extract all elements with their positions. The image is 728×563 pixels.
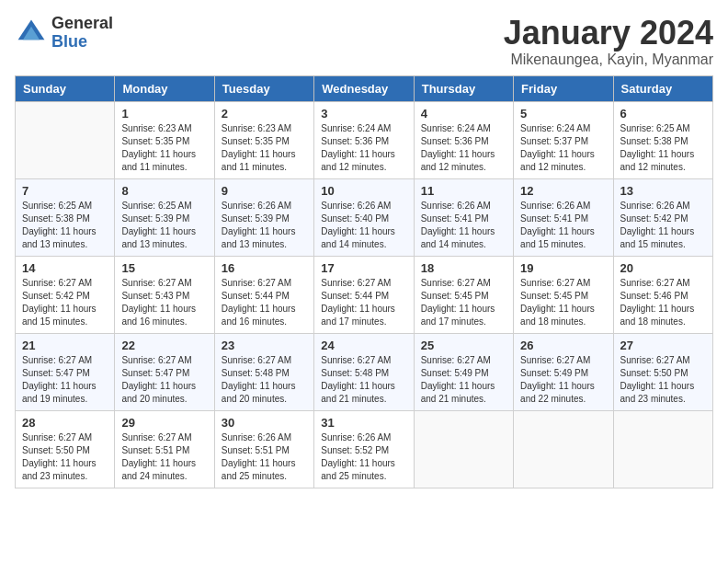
day-number: 3 [321,107,406,121]
calendar-cell: 25Sunrise: 6:27 AMSunset: 5:49 PMDayligh… [414,333,513,410]
calendar-cell: 20Sunrise: 6:27 AMSunset: 5:46 PMDayligh… [613,256,712,333]
calendar-cell: 7Sunrise: 6:25 AMSunset: 5:38 PMDaylight… [16,178,115,256]
day-info: Sunrise: 6:27 AMSunset: 5:43 PMDaylight:… [121,277,207,328]
month-title: January 2024 [504,15,713,52]
logo-blue: Blue [51,33,113,52]
calendar-cell: 1Sunrise: 6:23 AMSunset: 5:35 PMDaylight… [115,101,214,178]
logo: General Blue [15,15,113,52]
calendar-header-row: SundayMondayTuesdayWednesdayThursdayFrid… [16,75,713,101]
column-header-sunday: Sunday [16,75,115,101]
column-header-wednesday: Wednesday [314,75,414,101]
day-info: Sunrise: 6:24 AMSunset: 5:37 PMDaylight:… [520,122,606,174]
calendar-cell: 6Sunrise: 6:25 AMSunset: 5:38 PMDaylight… [613,101,712,178]
day-number: 30 [222,416,307,430]
calendar-cell: 28Sunrise: 6:27 AMSunset: 5:50 PMDayligh… [16,410,115,488]
day-number: 1 [121,107,207,121]
day-info: Sunrise: 6:26 AMSunset: 5:40 PMDaylight:… [321,200,406,251]
day-number: 20 [620,261,706,275]
day-info: Sunrise: 6:27 AMSunset: 5:47 PMDaylight:… [22,354,108,406]
day-info: Sunrise: 6:25 AMSunset: 5:39 PMDaylight:… [121,200,207,251]
calendar-cell: 9Sunrise: 6:26 AMSunset: 5:39 PMDaylight… [214,178,313,256]
calendar-cell: 17Sunrise: 6:27 AMSunset: 5:44 PMDayligh… [314,256,414,333]
day-info: Sunrise: 6:26 AMSunset: 5:51 PMDaylight:… [222,431,307,483]
day-number: 13 [620,184,706,198]
day-number: 11 [421,184,506,198]
day-info: Sunrise: 6:26 AMSunset: 5:41 PMDaylight:… [421,200,506,251]
day-number: 17 [321,261,406,275]
day-number: 14 [22,261,108,275]
day-number: 22 [121,339,207,352]
day-info: Sunrise: 6:27 AMSunset: 5:48 PMDaylight:… [321,354,406,406]
day-number: 26 [520,339,606,352]
calendar-cell: 14Sunrise: 6:27 AMSunset: 5:42 PMDayligh… [16,256,115,333]
calendar-cell: 13Sunrise: 6:26 AMSunset: 5:42 PMDayligh… [613,178,712,256]
day-number: 6 [620,107,706,121]
page-header: General Blue January 2024 Mikenaungea, K… [15,15,713,68]
day-info: Sunrise: 6:24 AMSunset: 5:36 PMDaylight:… [321,122,406,174]
calendar-cell: 30Sunrise: 6:26 AMSunset: 5:51 PMDayligh… [214,410,313,488]
logo-icon [15,17,48,50]
calendar-cell: 8Sunrise: 6:25 AMSunset: 5:39 PMDaylight… [115,178,214,256]
day-info: Sunrise: 6:27 AMSunset: 5:44 PMDaylight:… [321,277,406,328]
day-number: 15 [121,261,207,275]
logo-text: General Blue [51,15,113,52]
calendar-cell [613,410,712,488]
calendar-cell: 27Sunrise: 6:27 AMSunset: 5:50 PMDayligh… [613,333,712,410]
day-info: Sunrise: 6:27 AMSunset: 5:45 PMDaylight:… [520,277,606,328]
calendar-cell [414,410,513,488]
day-number: 5 [520,107,606,121]
calendar-week-2: 7Sunrise: 6:25 AMSunset: 5:38 PMDaylight… [16,178,713,256]
column-header-thursday: Thursday [414,75,513,101]
day-info: Sunrise: 6:27 AMSunset: 5:48 PMDaylight:… [222,354,307,406]
calendar-week-4: 21Sunrise: 6:27 AMSunset: 5:47 PMDayligh… [16,333,713,410]
calendar-cell: 24Sunrise: 6:27 AMSunset: 5:48 PMDayligh… [314,333,414,410]
calendar-table: SundayMondayTuesdayWednesdayThursdayFrid… [15,75,713,488]
day-info: Sunrise: 6:26 AMSunset: 5:39 PMDaylight:… [222,200,307,251]
calendar-cell: 5Sunrise: 6:24 AMSunset: 5:37 PMDaylight… [514,101,613,178]
calendar-cell: 19Sunrise: 6:27 AMSunset: 5:45 PMDayligh… [514,256,613,333]
day-number: 2 [222,107,307,121]
day-number: 4 [421,107,506,121]
calendar-cell: 10Sunrise: 6:26 AMSunset: 5:40 PMDayligh… [314,178,414,256]
calendar-cell: 21Sunrise: 6:27 AMSunset: 5:47 PMDayligh… [16,333,115,410]
day-info: Sunrise: 6:27 AMSunset: 5:50 PMDaylight:… [620,354,706,406]
day-number: 31 [321,416,406,430]
title-block: January 2024 Mikenaungea, Kayin, Myanmar [504,15,713,68]
day-info: Sunrise: 6:26 AMSunset: 5:41 PMDaylight:… [520,200,606,251]
day-info: Sunrise: 6:27 AMSunset: 5:51 PMDaylight:… [121,431,207,483]
day-info: Sunrise: 6:26 AMSunset: 5:42 PMDaylight:… [620,200,706,251]
calendar-week-1: 1Sunrise: 6:23 AMSunset: 5:35 PMDaylight… [16,101,713,178]
day-number: 28 [22,416,108,430]
calendar-cell: 15Sunrise: 6:27 AMSunset: 5:43 PMDayligh… [115,256,214,333]
day-number: 25 [421,339,506,352]
day-info: Sunrise: 6:23 AMSunset: 5:35 PMDaylight:… [121,122,207,174]
day-info: Sunrise: 6:23 AMSunset: 5:35 PMDaylight:… [222,122,307,174]
day-number: 9 [222,184,307,198]
calendar-cell [16,101,115,178]
calendar-week-3: 14Sunrise: 6:27 AMSunset: 5:42 PMDayligh… [16,256,713,333]
column-header-tuesday: Tuesday [214,75,313,101]
day-number: 27 [620,339,706,352]
calendar-cell: 12Sunrise: 6:26 AMSunset: 5:41 PMDayligh… [514,178,613,256]
day-number: 8 [121,184,207,198]
day-info: Sunrise: 6:27 AMSunset: 5:45 PMDaylight:… [421,277,506,328]
location-subtitle: Mikenaungea, Kayin, Myanmar [504,52,713,68]
day-info: Sunrise: 6:27 AMSunset: 5:46 PMDaylight:… [620,277,706,328]
day-number: 16 [222,261,307,275]
calendar-cell: 2Sunrise: 6:23 AMSunset: 5:35 PMDaylight… [214,101,313,178]
calendar-cell: 22Sunrise: 6:27 AMSunset: 5:47 PMDayligh… [115,333,214,410]
column-header-friday: Friday [514,75,613,101]
day-number: 24 [321,339,406,352]
calendar-cell: 23Sunrise: 6:27 AMSunset: 5:48 PMDayligh… [214,333,313,410]
day-info: Sunrise: 6:26 AMSunset: 5:52 PMDaylight:… [321,431,406,483]
day-info: Sunrise: 6:27 AMSunset: 5:44 PMDaylight:… [222,277,307,328]
column-header-saturday: Saturday [613,75,712,101]
calendar-week-5: 28Sunrise: 6:27 AMSunset: 5:50 PMDayligh… [16,410,713,488]
calendar-cell: 16Sunrise: 6:27 AMSunset: 5:44 PMDayligh… [214,256,313,333]
day-info: Sunrise: 6:27 AMSunset: 5:42 PMDaylight:… [22,277,108,328]
calendar-cell: 29Sunrise: 6:27 AMSunset: 5:51 PMDayligh… [115,410,214,488]
day-info: Sunrise: 6:25 AMSunset: 5:38 PMDaylight:… [22,200,108,251]
calendar-cell: 11Sunrise: 6:26 AMSunset: 5:41 PMDayligh… [414,178,513,256]
day-number: 21 [22,339,108,352]
calendar-cell: 26Sunrise: 6:27 AMSunset: 5:49 PMDayligh… [514,333,613,410]
